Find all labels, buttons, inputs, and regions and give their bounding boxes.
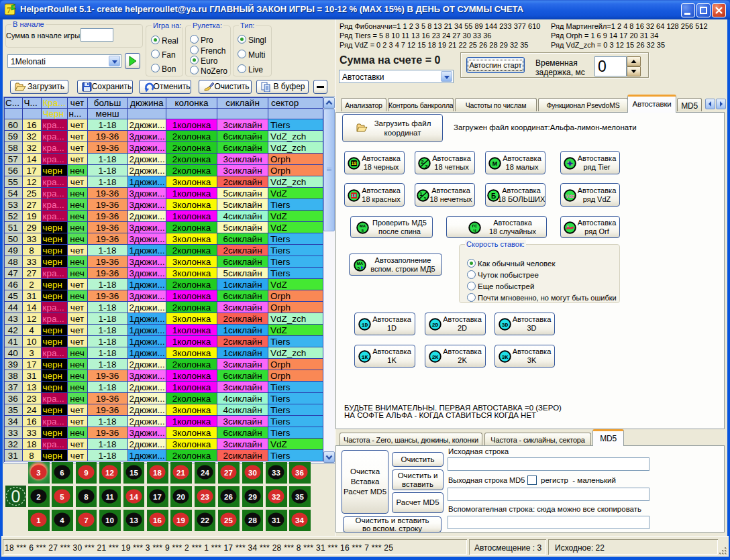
svg-text:2D: 2D [432, 322, 439, 328]
svg-text:16: 16 [153, 516, 162, 524]
svg-text:31: 31 [272, 516, 280, 524]
svg-text:25: 25 [224, 516, 233, 524]
svg-text:33: 33 [272, 469, 280, 477]
svg-text:Б: Б [491, 192, 496, 200]
svg-text:17: 17 [153, 492, 162, 500]
svg-text:18: 18 [352, 193, 357, 198]
svg-text:1D: 1D [362, 322, 368, 328]
svg-text:21: 21 [176, 469, 185, 477]
svg-text:Ч: Ч [473, 229, 476, 233]
svg-text:19: 19 [176, 516, 185, 524]
svg-text:Vdz: Vdz [566, 194, 574, 199]
svg-text:10: 10 [105, 516, 114, 524]
svg-text:35: 35 [295, 492, 304, 500]
svg-text:9: 9 [84, 469, 88, 477]
svg-text:28: 28 [248, 516, 257, 524]
svg-text:1: 1 [423, 196, 427, 202]
svg-text:7: 7 [84, 516, 88, 524]
svg-text:0: 0 [11, 487, 21, 506]
svg-text:1: 1 [36, 516, 41, 524]
svg-text:24: 24 [201, 469, 209, 477]
svg-text:14: 14 [129, 492, 138, 500]
svg-text:15: 15 [129, 469, 138, 477]
svg-text:32: 32 [272, 492, 280, 500]
svg-text:36: 36 [295, 469, 304, 477]
svg-text:4: 4 [60, 516, 65, 524]
svg-text:2: 2 [425, 164, 428, 170]
svg-text:3: 3 [36, 469, 40, 477]
svg-text:11: 11 [106, 492, 115, 500]
svg-text:5: 5 [60, 492, 65, 500]
svg-text:МА: МА [357, 262, 364, 266]
svg-text:2: 2 [36, 492, 40, 500]
svg-text:8: 8 [84, 492, 89, 500]
svg-text:30: 30 [248, 469, 257, 477]
svg-text:34: 34 [295, 516, 304, 524]
svg-text:18: 18 [153, 469, 162, 477]
svg-text:23: 23 [201, 492, 209, 500]
svg-text:29: 29 [248, 492, 257, 500]
svg-text:22: 22 [201, 516, 209, 524]
svg-text:3D: 3D [502, 322, 509, 328]
svg-text:12: 12 [105, 469, 114, 477]
svg-text:18: 18 [352, 161, 357, 166]
svg-text:13: 13 [129, 516, 138, 524]
svg-text:27: 27 [224, 469, 233, 477]
svg-text:3K: 3K [502, 354, 509, 360]
svg-text:7: 7 [7, 5, 11, 15]
svg-text:ГС: ГС [472, 224, 478, 228]
svg-text:26: 26 [224, 492, 233, 500]
svg-text:1K: 1K [362, 354, 368, 360]
svg-text:2K: 2K [432, 354, 439, 360]
svg-text:20: 20 [176, 492, 185, 500]
svg-text:M: M [492, 160, 498, 167]
svg-text:МА: МА [360, 224, 366, 228]
svg-text:6: 6 [60, 469, 64, 477]
